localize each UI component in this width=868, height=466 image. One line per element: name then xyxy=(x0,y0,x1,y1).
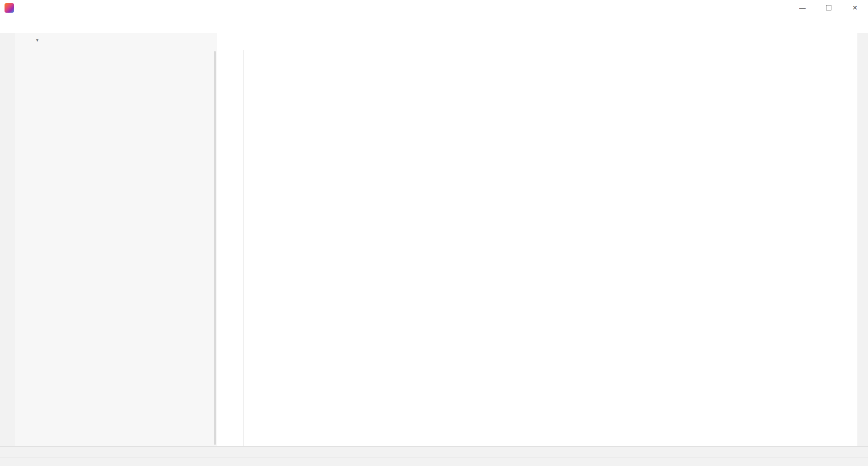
tool-window-bar xyxy=(0,446,868,457)
close-button[interactable]: ✕ xyxy=(842,0,868,15)
chevron-down-icon[interactable]: ▼ xyxy=(35,38,39,43)
window-layout-icon[interactable] xyxy=(4,457,14,466)
navigation-bar xyxy=(0,15,868,33)
minimize-button[interactable]: — xyxy=(789,0,816,15)
menubar: — ✕ xyxy=(0,0,868,16)
status-bar xyxy=(0,457,868,466)
status-bar-right xyxy=(805,457,868,466)
restore-button[interactable] xyxy=(816,0,842,15)
window-controls: — ✕ xyxy=(789,0,868,15)
intellij-logo-icon xyxy=(5,3,14,13)
code-editor[interactable] xyxy=(217,50,858,446)
left-tool-stripe xyxy=(0,33,15,446)
project-panel-header: ▼ xyxy=(15,33,217,48)
right-tool-stripe xyxy=(858,33,868,446)
ide-window: — ✕ ▼ xyxy=(0,0,868,466)
editor-tabbar xyxy=(217,33,858,50)
project-tab-icon xyxy=(19,35,29,45)
gutter-separator xyxy=(243,50,244,446)
project-scrollbar[interactable] xyxy=(214,51,216,445)
project-panel: ▼ xyxy=(15,33,217,446)
lock-icon[interactable] xyxy=(852,457,862,466)
